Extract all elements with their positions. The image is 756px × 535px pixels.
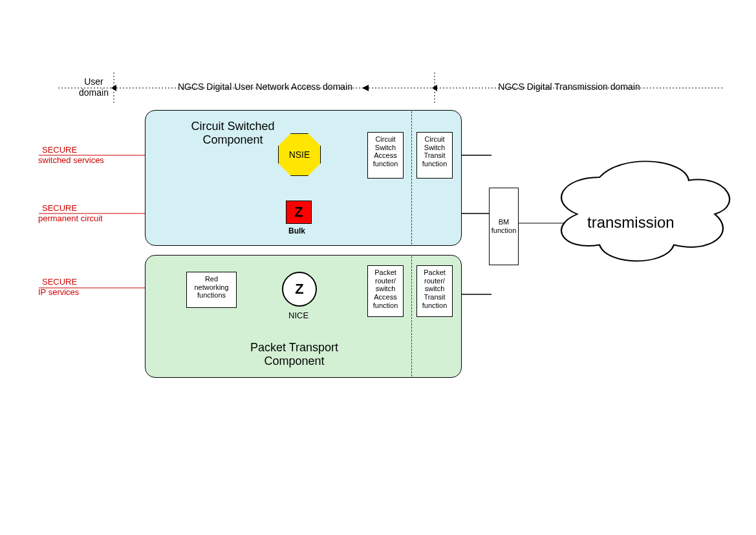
circuit-switch-access-box: Circuit Switch Access function [367, 132, 404, 179]
nice-z-label: Z [295, 281, 303, 298]
secure-ip-line2: IP services [38, 287, 79, 298]
bm-function-label: BM function [491, 218, 517, 234]
secure-permanent-line1: SECURE [42, 203, 103, 213]
nice-crypto-icon: Z [282, 272, 317, 307]
bm-function-box: BM function [489, 188, 519, 265]
nsie-label: NSIE [289, 149, 310, 160]
red-networking-box: Red networking functions [186, 272, 237, 308]
transmission-cloud-label: transmission [587, 213, 675, 232]
nice-label: NICE [288, 311, 308, 320]
csc-title: Circuit Switched Component [165, 120, 301, 147]
ptc-title-line1: Packet Transport [210, 341, 378, 355]
csc-divider [411, 111, 412, 245]
ptc-divider [411, 256, 412, 377]
secure-ip-label: SECURE IP services [42, 277, 79, 297]
user-domain-label: User domain [71, 76, 116, 98]
secure-ip-line1: SECURE [42, 277, 79, 287]
bulk-label: Bulk [288, 226, 305, 235]
svg-marker-4 [432, 85, 437, 91]
csc-title-line1: Circuit Switched [165, 120, 301, 133]
circuit-switched-component: Circuit Switched Component [145, 110, 462, 246]
packet-switch-transit-box: Packet router/ switch Transit function [416, 265, 453, 317]
transmission-domain-label: NGCS Digital Transmission domain [466, 82, 673, 93]
secure-switched-line1: SECURE [42, 145, 104, 155]
access-domain-label: NGCS Digital User Network Access domain [155, 82, 375, 93]
packet-switch-access-box: Packet router/ switch Access function [367, 265, 404, 317]
secure-permanent-label: SECURE permanent circuit [42, 203, 103, 223]
ptc-title-line2: Component [210, 355, 378, 368]
ptc-title: Packet Transport Component [210, 341, 378, 368]
circuit-switch-transit-box: Circuit Switch Transit function [416, 132, 453, 179]
secure-switched-line2: switched services [38, 155, 104, 166]
bulk-crypto-icon: Z [286, 201, 312, 224]
secure-switched-label: SECURE switched services [42, 145, 104, 165]
secure-permanent-line2: permanent circuit [38, 213, 103, 224]
bulk-z-label: Z [294, 204, 303, 221]
